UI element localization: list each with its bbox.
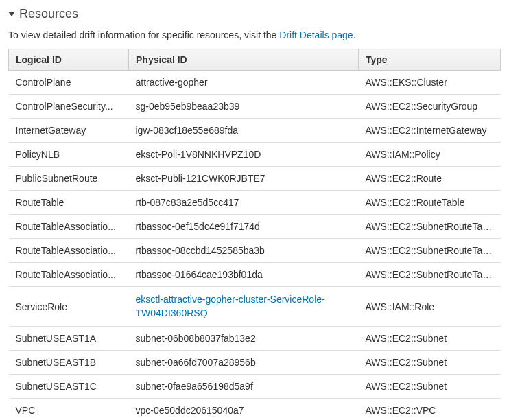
- cell-type: AWS::EC2::SecurityGroup: [359, 95, 501, 119]
- cell-logical-id: InternetGateway: [9, 119, 129, 143]
- subtext-prefix: To view detailed drift information for s…: [8, 30, 279, 40]
- cell-logical-id: RouteTableAssociatio...: [9, 239, 129, 263]
- cell-physical-id: vpc-0e50ddc20615040a7: [129, 399, 359, 420]
- table-row: PublicSubnetRouteeksct-Publi-121CWK0RJBT…: [9, 167, 501, 191]
- cell-logical-id: SubnetUSEAST1A: [9, 327, 129, 351]
- cell-logical-id: RouteTable: [9, 191, 129, 215]
- header-physical-id[interactable]: Physical ID: [129, 49, 359, 71]
- drift-subtext: To view detailed drift information for s…: [8, 30, 501, 40]
- table-row: ControlPlaneattractive-gopherAWS::EKS::C…: [9, 71, 501, 95]
- table-row: ServiceRoleeksctl-attractive-gopher-clus…: [9, 287, 501, 327]
- table-row: RouteTableAssociatio...rtbassoc-01664cae…: [9, 263, 501, 287]
- cell-logical-id: ServiceRole: [9, 287, 129, 327]
- cell-physical-id: subnet-0a66fd7007a28956b: [129, 351, 359, 375]
- table-row: RouteTableAssociatio...rtbassoc-0ef15dc4…: [9, 215, 501, 239]
- table-header-row: Logical ID Physical ID Type: [9, 49, 501, 71]
- cell-physical-id: subnet-0fae9a656198d5a9f: [129, 375, 359, 399]
- cell-logical-id: VPC: [9, 399, 129, 420]
- cell-logical-id: ControlPlaneSecurity...: [9, 95, 129, 119]
- cell-type: AWS::EC2::InternetGateway: [359, 119, 501, 143]
- cell-type: AWS::EC2::SubnetRouteTab...: [359, 239, 501, 263]
- cell-physical-id: eksctl-attractive-gopher-cluster-Service…: [129, 287, 359, 327]
- cell-physical-id: rtb-087c83a2e5d5cc417: [129, 191, 359, 215]
- header-logical-id[interactable]: Logical ID: [9, 49, 129, 71]
- header-type[interactable]: Type: [359, 49, 501, 71]
- cell-logical-id: RouteTableAssociatio...: [9, 215, 129, 239]
- cell-logical-id: PublicSubnetRoute: [9, 167, 129, 191]
- table-row: PolicyNLBeksct-Poli-1V8NNKHVPZ10DAWS::IA…: [9, 143, 501, 167]
- cell-type: AWS::EC2::Subnet: [359, 375, 501, 399]
- cell-type: AWS::EKS::Cluster: [359, 71, 501, 95]
- caret-down-icon: [8, 12, 15, 16]
- cell-logical-id: ControlPlane: [9, 71, 129, 95]
- drift-details-link[interactable]: Drift Details page: [279, 30, 353, 40]
- cell-type: AWS::EC2::SubnetRouteTab...: [359, 263, 501, 287]
- cell-physical-id: rtbassoc-08ccbd1452585ba3b: [129, 239, 359, 263]
- cell-physical-id: igw-083cf18e55e689fda: [129, 119, 359, 143]
- cell-physical-id: subnet-06b08b8037fab13e2: [129, 327, 359, 351]
- physical-id-link[interactable]: eksctl-attractive-gopher-cluster-Service…: [136, 294, 325, 318]
- table-row: SubnetUSEAST1Csubnet-0fae9a656198d5a9fAW…: [9, 375, 501, 399]
- cell-logical-id: SubnetUSEAST1C: [9, 375, 129, 399]
- cell-physical-id: sg-0eb95eb9beaa23b39: [129, 95, 359, 119]
- table-row: RouteTableAssociatio...rtbassoc-08ccbd14…: [9, 239, 501, 263]
- cell-type: AWS::EC2::RouteTable: [359, 191, 501, 215]
- cell-type: AWS::EC2::Subnet: [359, 327, 501, 351]
- resources-table: Logical ID Physical ID Type ControlPlane…: [8, 49, 501, 420]
- cell-type: AWS::EC2::SubnetRouteTab...: [359, 215, 501, 239]
- cell-logical-id: SubnetUSEAST1B: [9, 351, 129, 375]
- cell-type: AWS::IAM::Role: [359, 287, 501, 327]
- cell-type: AWS::IAM::Policy: [359, 143, 501, 167]
- table-row: InternetGatewayigw-083cf18e55e689fdaAWS:…: [9, 119, 501, 143]
- cell-type: AWS::EC2::Route: [359, 167, 501, 191]
- table-row: RouteTablertb-087c83a2e5d5cc417AWS::EC2:…: [9, 191, 501, 215]
- table-row: SubnetUSEAST1Asubnet-06b08b8037fab13e2AW…: [9, 327, 501, 351]
- subtext-suffix: .: [353, 30, 356, 40]
- cell-logical-id: RouteTableAssociatio...: [9, 263, 129, 287]
- resources-section-header[interactable]: Resources: [8, 7, 501, 21]
- cell-type: AWS::EC2::VPC: [359, 399, 501, 420]
- cell-logical-id: PolicyNLB: [9, 143, 129, 167]
- table-row: ControlPlaneSecurity...sg-0eb95eb9beaa23…: [9, 95, 501, 119]
- section-title: Resources: [19, 7, 78, 21]
- cell-physical-id: attractive-gopher: [129, 71, 359, 95]
- cell-physical-id: eksct-Poli-1V8NNKHVPZ10D: [129, 143, 359, 167]
- cell-physical-id: rtbassoc-0ef15dc4e91f7174d: [129, 215, 359, 239]
- cell-physical-id: rtbassoc-01664cae193bf01da: [129, 263, 359, 287]
- table-row: SubnetUSEAST1Bsubnet-0a66fd7007a28956bAW…: [9, 351, 501, 375]
- cell-physical-id: eksct-Publi-121CWK0RJBTE7: [129, 167, 359, 191]
- table-row: VPCvpc-0e50ddc20615040a7AWS::EC2::VPC: [9, 399, 501, 420]
- cell-type: AWS::EC2::Subnet: [359, 351, 501, 375]
